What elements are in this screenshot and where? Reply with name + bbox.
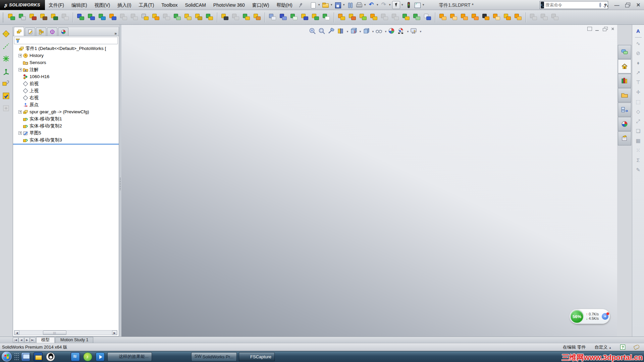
status-tag-icon[interactable] bbox=[633, 344, 640, 350]
menu-item-2[interactable]: 编辑(E) bbox=[68, 0, 91, 10]
surface-gray1-icon[interactable] bbox=[528, 12, 539, 22]
menu-item-5[interactable]: 工具(T) bbox=[135, 0, 158, 10]
move-face-gray-icon[interactable] bbox=[230, 12, 241, 22]
edit-appearance-icon[interactable] bbox=[388, 27, 396, 36]
taskbar-window-2[interactable]: SWSolidWorks Pr... bbox=[191, 352, 237, 361]
apply-scene-icon[interactable] bbox=[397, 27, 406, 36]
tree-horizontal-scrollbar[interactable]: ◀ ||| ▶ bbox=[14, 330, 117, 335]
network-speed-widget[interactable]: 56% ↑ 0.7K/s ↓ 4.5K/s + bbox=[570, 309, 610, 324]
cloud-icon[interactable] bbox=[71, 352, 80, 361]
scroll-left-button[interactable]: ◀ bbox=[14, 330, 19, 335]
surface-gray2-icon[interactable] bbox=[539, 12, 549, 22]
leader-icon[interactable]: ↗ bbox=[634, 69, 642, 76]
tree-item-9[interactable]: spur gear_gb -> (PreviewCfg) bbox=[13, 108, 119, 115]
point-tool-icon[interactable] bbox=[2, 54, 11, 64]
doc-close-icon[interactable]: × bbox=[610, 27, 615, 31]
home-tab[interactable] bbox=[618, 59, 631, 73]
last-tab-button[interactable]: ▶| bbox=[30, 338, 36, 343]
curve-driven-pattern-icon[interactable] bbox=[97, 12, 107, 22]
shell-gray-icon[interactable] bbox=[161, 12, 172, 22]
tree-item-2[interactable]: Sensors bbox=[13, 59, 119, 66]
orange-app-icon[interactable] bbox=[155, 352, 164, 361]
displaymanager-tab[interactable] bbox=[58, 27, 68, 36]
verify-cube-tool-icon[interactable] bbox=[2, 92, 11, 101]
menu-item-7[interactable]: SolidCAM bbox=[181, 0, 210, 10]
explorer-icon[interactable] bbox=[34, 352, 43, 361]
tree-item-10[interactable]: 实体-移动/复制1 bbox=[13, 115, 119, 122]
speed-plus-button[interactable]: + bbox=[602, 313, 608, 320]
start-button[interactable] bbox=[0, 351, 13, 362]
redo-icon-caret[interactable]: ▼ bbox=[388, 1, 391, 9]
tree-item-7[interactable]: 右视 bbox=[13, 94, 119, 101]
select-box-icon[interactable]: ⬚ bbox=[634, 98, 642, 106]
first-tab-button[interactable]: |◀ bbox=[13, 338, 18, 343]
save-icon-caret[interactable]: ▼ bbox=[342, 1, 345, 9]
wrap-icon[interactable] bbox=[183, 12, 193, 22]
chamfer-icon[interactable] bbox=[369, 12, 379, 22]
propertymanager-tab[interactable] bbox=[25, 27, 35, 36]
help-button[interactable]: ?▾ bbox=[602, 2, 610, 8]
rollback-bar[interactable] bbox=[13, 144, 119, 144]
revolved-boss-icon[interactable] bbox=[28, 12, 38, 22]
expander-icon[interactable] bbox=[18, 68, 22, 71]
next-tab-button[interactable]: ▶ bbox=[24, 338, 30, 343]
mirror-icon[interactable] bbox=[172, 12, 182, 22]
surface-dome-icon[interactable] bbox=[513, 12, 523, 22]
thunder-icon[interactable] bbox=[167, 352, 176, 361]
draft-icon[interactable] bbox=[151, 12, 161, 22]
sogou-icon[interactable] bbox=[58, 352, 67, 361]
hide-show-items-icon[interactable] bbox=[375, 27, 384, 36]
potplayer-icon[interactable] bbox=[96, 352, 105, 361]
menu-item-10[interactable]: 帮助(H) bbox=[273, 0, 296, 10]
grid-icon[interactable]: ▦ bbox=[634, 137, 642, 144]
tree-item-5[interactable]: 前视 bbox=[13, 80, 119, 87]
hole-icon[interactable] bbox=[49, 12, 60, 22]
dimension-icon[interactable]: ⊤ bbox=[634, 79, 642, 86]
pin-icon[interactable] bbox=[298, 2, 304, 8]
extruded-cut-icon[interactable] bbox=[17, 12, 28, 22]
design-library-tab[interactable] bbox=[618, 88, 631, 102]
save-icon[interactable] bbox=[334, 1, 342, 9]
expand-box-icon[interactable]: ⤢ bbox=[634, 118, 642, 125]
push-point-icon[interactable] bbox=[347, 12, 358, 22]
featuremanager-tab[interactable] bbox=[14, 27, 24, 36]
menu-item-1[interactable]: 文件(F) bbox=[45, 0, 68, 10]
search-icon[interactable] bbox=[599, 3, 601, 7]
kugou-icon[interactable] bbox=[83, 352, 92, 361]
custom-properties-tab[interactable] bbox=[618, 131, 631, 145]
undo-icon[interactable]: ↶ bbox=[367, 1, 375, 9]
scroll-right-button[interactable]: ▶ bbox=[112, 330, 117, 335]
coil-icon[interactable] bbox=[321, 12, 331, 22]
messages-tab[interactable] bbox=[618, 45, 631, 59]
expander-icon[interactable] bbox=[18, 54, 22, 57]
rib-icon[interactable] bbox=[140, 12, 150, 22]
two-boxes-icon[interactable]: ❏ bbox=[634, 127, 642, 135]
menu-item-4[interactable]: 插入(I) bbox=[114, 0, 135, 10]
box-pencil-icon[interactable]: ✎ bbox=[634, 166, 642, 174]
tree-item-12[interactable]: 草图5 bbox=[13, 129, 119, 136]
spline-icon[interactable] bbox=[289, 12, 299, 22]
chamfer-grid-icon[interactable] bbox=[278, 12, 288, 22]
file-properties-icon[interactable] bbox=[346, 1, 354, 9]
spline-tool-icon[interactable]: ∿ bbox=[634, 40, 642, 47]
tree-item-8[interactable]: 原点 bbox=[13, 101, 119, 108]
surface-plane-icon[interactable] bbox=[438, 12, 448, 22]
diamond-dashed-icon[interactable]: ◇ bbox=[634, 108, 642, 115]
add-cube-tool-icon[interactable] bbox=[2, 104, 11, 113]
fillet-icon[interactable] bbox=[267, 12, 278, 22]
taskbar-window-3[interactable]: FSCapture bbox=[239, 352, 275, 361]
resources-tab[interactable] bbox=[618, 74, 631, 88]
prev-tab-button[interactable]: ◀ bbox=[18, 338, 24, 343]
combine-icon[interactable] bbox=[204, 12, 215, 22]
tree-item-11[interactable]: 实体-移动/复制2 bbox=[13, 122, 119, 129]
filter-select-icon[interactable] bbox=[422, 12, 433, 22]
surface-delete-icon[interactable] bbox=[481, 12, 491, 22]
scroll-track[interactable]: ||| bbox=[19, 330, 112, 335]
panel-splitter[interactable] bbox=[119, 25, 121, 337]
taskbar-window-1[interactable]: 这样的效果能... bbox=[107, 352, 152, 361]
doc-restore-icon[interactable] bbox=[603, 27, 607, 31]
surface-box-icon[interactable] bbox=[502, 12, 513, 22]
surface-gray3-icon[interactable] bbox=[550, 12, 560, 22]
coordinate-system-tool-icon[interactable] bbox=[2, 67, 11, 76]
tab-motion-study[interactable]: Motion Study 1 bbox=[55, 337, 93, 343]
